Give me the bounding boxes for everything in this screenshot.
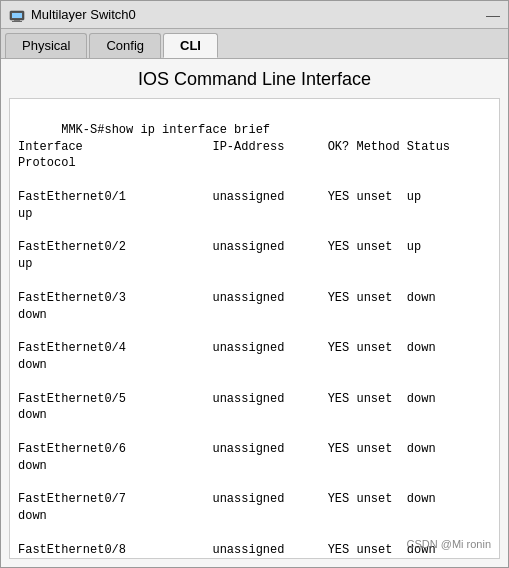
svg-rect-3 (12, 21, 22, 22)
title-bar: Multilayer Switch0 — (1, 1, 508, 29)
watermark: CSDN @Mi ronin (406, 537, 491, 552)
tab-config[interactable]: Config (89, 33, 161, 58)
tab-bar: Physical Config CLI (1, 29, 508, 59)
minimize-button[interactable]: — (486, 7, 500, 23)
main-content: IOS Command Line Interface MMK-S#show ip… (1, 59, 508, 567)
tab-cli[interactable]: CLI (163, 33, 218, 58)
cli-text: MMK-S#show ip interface brief Interface … (18, 123, 450, 559)
app-icon (9, 7, 25, 23)
svg-rect-1 (12, 13, 22, 18)
window-title: Multilayer Switch0 (31, 7, 136, 22)
title-bar-left: Multilayer Switch0 (9, 7, 136, 23)
cli-output[interactable]: MMK-S#show ip interface brief Interface … (9, 98, 500, 559)
tab-physical[interactable]: Physical (5, 33, 87, 58)
main-window: Multilayer Switch0 — Physical Config CLI… (0, 0, 509, 568)
page-title: IOS Command Line Interface (1, 59, 508, 98)
